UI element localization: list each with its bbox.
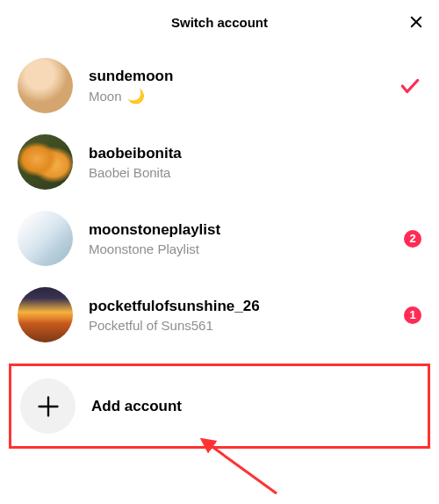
- account-username: moonstoneplaylist: [89, 220, 404, 240]
- avatar: [18, 287, 73, 342]
- account-row[interactable]: baobeibonita Baobei Bonita: [0, 124, 439, 200]
- account-displayname: Pocketful of Suns561: [89, 318, 404, 333]
- add-account-label: Add account: [91, 398, 182, 415]
- plus-icon: [36, 394, 61, 419]
- account-row[interactable]: sundemoon Moon 🌙: [0, 47, 439, 124]
- account-displayname: Moon 🌙: [89, 88, 399, 104]
- account-info: moonstoneplaylist Moonstone Playlist: [89, 220, 404, 256]
- account-row[interactable]: moonstoneplaylist Moonstone Playlist 2: [0, 200, 439, 277]
- avatar: [18, 134, 73, 190]
- notification-badge: 1: [404, 306, 421, 324]
- notification-badge: 2: [404, 230, 421, 248]
- page-title: Switch account: [171, 15, 268, 30]
- plus-circle: [20, 378, 76, 434]
- add-account-button[interactable]: Add account: [9, 364, 430, 449]
- account-info: sundemoon Moon 🌙: [89, 67, 399, 104]
- moon-icon: 🌙: [127, 89, 145, 104]
- account-info: baobeibonita Baobei Bonita: [89, 144, 421, 180]
- account-row[interactable]: pocketfulofsunshine_26 Pocketful of Suns…: [0, 277, 439, 353]
- accounts-list: sundemoon Moon 🌙 baobeibonita Baobei Bon…: [0, 44, 439, 356]
- account-username: pocketfulofsunshine_26: [89, 297, 404, 316]
- account-displayname: Moonstone Playlist: [89, 241, 404, 256]
- account-displayname: Baobei Bonita: [89, 165, 421, 180]
- close-button[interactable]: [407, 13, 425, 31]
- avatar: [18, 211, 73, 266]
- account-username: sundemoon: [89, 67, 399, 86]
- check-icon: [399, 75, 421, 97]
- account-info: pocketfulofsunshine_26 Pocketful of Suns…: [89, 297, 404, 333]
- svg-line-5: [206, 443, 277, 493]
- avatar: [18, 58, 73, 113]
- account-username: baobeibonita: [89, 144, 421, 163]
- header: Switch account: [0, 0, 439, 44]
- close-icon: [408, 14, 424, 30]
